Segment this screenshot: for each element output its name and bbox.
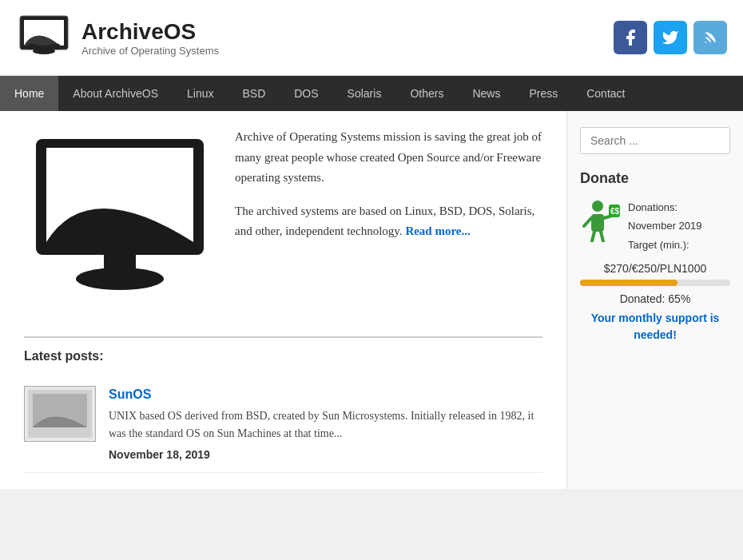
read-more-link[interactable]: Read more... (405, 224, 470, 237)
svg-rect-11 (591, 214, 604, 232)
search-input[interactable] (580, 127, 730, 154)
latest-posts-heading: Latest posts: (24, 349, 542, 363)
intro-paragraph1: Archive of Operating Systems mission is … (235, 127, 542, 189)
post-item: SunOS UNIX based OS derived from BSD, cr… (24, 375, 542, 473)
post-description: UNIX based OS derived from BSD, created … (109, 407, 542, 443)
site-subtitle: Archive of Operating Systems (81, 45, 219, 57)
target-label: Target (min.): (628, 236, 702, 254)
donations-month: November 2019 (628, 216, 702, 235)
logo-area: ArchiveOS Archive of Operating Systems (16, 10, 219, 66)
post-date: November 18, 2019 (109, 448, 542, 461)
rss-button[interactable] (693, 21, 727, 54)
monthly-support-text: Your monthly support is needed! (580, 310, 730, 344)
donate-text: Donations: November 2019 Target (min.): (628, 198, 702, 254)
search-box (580, 127, 730, 154)
sidebar: Donate (567, 111, 743, 489)
nav-item-news[interactable]: News (458, 76, 515, 111)
post-content: SunOS UNIX based OS derived from BSD, cr… (109, 386, 542, 461)
nav-item-bsd[interactable]: BSD (228, 76, 280, 111)
donate-amount: $270/€250/PLN1000 (580, 262, 730, 275)
logo-text: ArchiveOS Archive of Operating Systems (81, 19, 219, 57)
donate-info: €$ Donations: November 2019 Target (min.… (580, 198, 730, 254)
donations-label: Donations: (628, 198, 702, 216)
svg-point-10 (592, 201, 603, 212)
donate-icon: €$ (580, 198, 620, 248)
intro-section: Archive of Operating Systems mission is … (24, 127, 542, 317)
nav-item-home[interactable]: Home (0, 76, 58, 111)
post-title-link[interactable]: SunOS (109, 387, 151, 401)
main-nav: Home About ArchiveOS Linux BSD DOS Solar… (0, 76, 743, 111)
svg-point-7 (76, 268, 164, 290)
svg-point-3 (705, 42, 706, 43)
nav-item-linux[interactable]: Linux (173, 76, 228, 111)
nav-item-dos[interactable]: DOS (280, 76, 332, 111)
svg-line-17 (601, 232, 603, 241)
svg-text:€$: €$ (610, 207, 620, 216)
site-title: ArchiveOS (81, 19, 219, 45)
svg-line-16 (592, 232, 594, 241)
intro-text: Archive of Operating Systems mission is … (235, 127, 542, 255)
latest-posts-section: Latest posts: SunOS UNIX based OS derive… (24, 336, 542, 473)
intro-paragraph2: The archived systems are based on Linux,… (235, 201, 542, 242)
facebook-button[interactable] (614, 21, 647, 54)
donated-percentage: Donated: 65% (580, 292, 730, 305)
post-thumbnail (24, 386, 96, 442)
nav-item-about[interactable]: About ArchiveOS (58, 76, 173, 111)
nav-item-solaris[interactable]: Solaris (333, 76, 396, 111)
progress-bar-background (580, 280, 730, 286)
svg-point-2 (33, 48, 55, 54)
nav-item-contact[interactable]: Contact (572, 76, 639, 111)
nav-item-press[interactable]: Press (515, 76, 572, 111)
social-icons (614, 21, 727, 54)
twitter-button[interactable] (654, 21, 687, 54)
logo-icon (16, 10, 72, 66)
donate-section: Donate (580, 170, 730, 344)
donate-heading: Donate (580, 170, 730, 187)
nav-item-others[interactable]: Others (395, 76, 458, 111)
svg-line-12 (584, 218, 591, 226)
progress-bar-fill (580, 280, 677, 286)
intro-monitor-image (24, 127, 216, 298)
